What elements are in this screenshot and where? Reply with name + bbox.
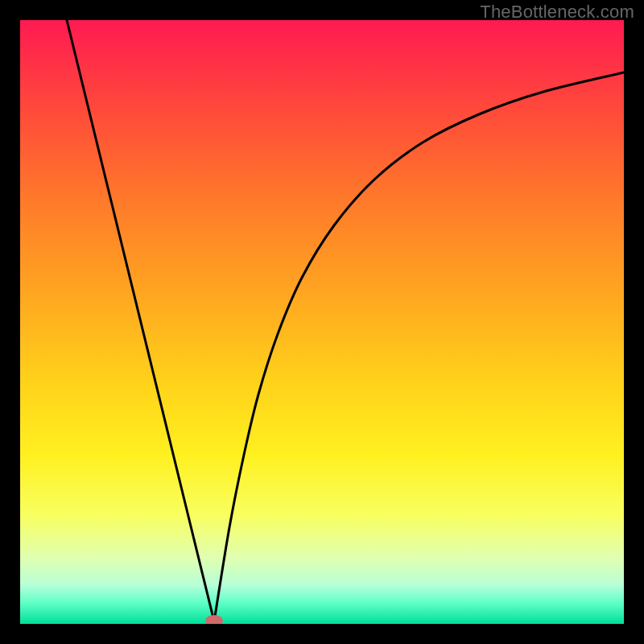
chart-frame: TheBottleneck.com (0, 0, 644, 644)
gradient-background (20, 20, 624, 624)
plot-area (20, 20, 624, 624)
chart-svg (20, 20, 624, 624)
